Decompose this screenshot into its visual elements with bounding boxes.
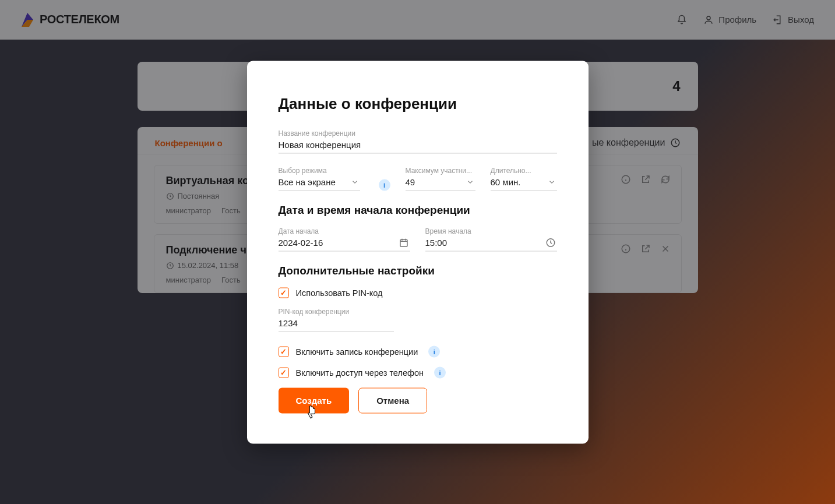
extra-title: Дополнительные настройки — [279, 264, 557, 277]
duration-select[interactable]: 60 мин. — [491, 175, 557, 191]
start-date-input[interactable] — [279, 236, 410, 251]
record-info-icon[interactable]: i — [428, 346, 440, 357]
chevron-down-icon — [466, 177, 474, 187]
pointer-cursor-icon — [305, 405, 318, 420]
create-conference-modal: Данные о конференции Название конференци… — [247, 61, 589, 443]
pin-label: PIN-код конференции — [279, 307, 394, 315]
record-label: Включить запись конференции — [296, 347, 418, 356]
chevron-down-icon — [351, 177, 359, 187]
max-participants-select[interactable]: 49 — [406, 175, 475, 191]
use-pin-checkbox[interactable]: ✓ — [279, 287, 289, 298]
time-label: Время начала — [425, 227, 557, 235]
pin-input[interactable] — [279, 316, 394, 332]
phone-info-icon[interactable]: i — [434, 366, 446, 378]
mode-select[interactable]: Все на экране — [279, 175, 360, 191]
mode-info-icon[interactable]: i — [379, 179, 390, 191]
record-checkbox[interactable]: ✓ — [279, 346, 289, 357]
use-pin-label: Использовать PIN-код — [296, 288, 383, 297]
duration-label: Длительно... — [491, 166, 557, 174]
calendar-icon[interactable] — [399, 237, 409, 248]
phone-checkbox[interactable]: ✓ — [279, 367, 289, 378]
clock-icon[interactable] — [545, 237, 556, 248]
conference-name-input[interactable] — [279, 138, 557, 153]
modal-title: Данные о конференции — [279, 94, 557, 112]
chevron-down-icon — [548, 177, 556, 187]
max-label: Максимум участни... — [406, 166, 475, 174]
cancel-button[interactable]: Отмена — [358, 387, 427, 413]
svg-rect-6 — [400, 240, 407, 247]
datetime-title: Дата и время начала конференции — [279, 203, 557, 216]
start-time-input[interactable] — [425, 236, 557, 251]
phone-label: Включить доступ через телефон — [296, 368, 424, 377]
name-label: Название конференции — [279, 129, 557, 137]
mode-label: Выбор режима — [279, 166, 360, 174]
date-label: Дата начала — [279, 227, 410, 235]
